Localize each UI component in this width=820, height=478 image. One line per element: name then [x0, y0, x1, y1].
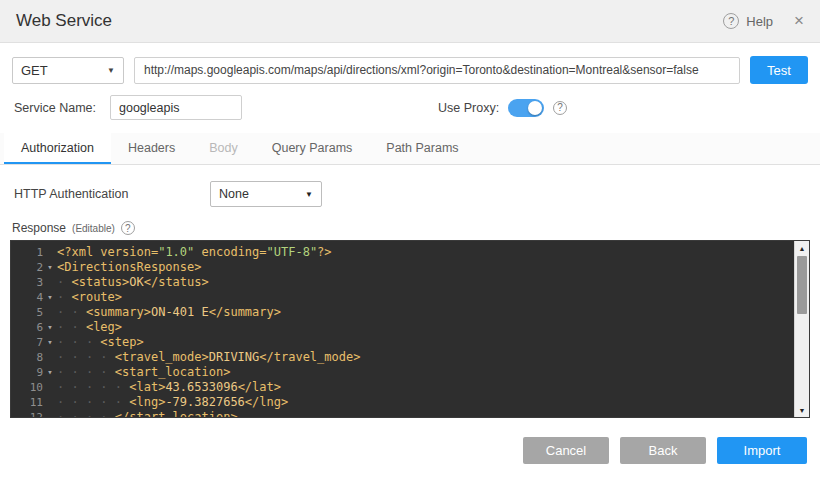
- fold-spacer: [43, 395, 57, 410]
- line-number: 5: [11, 305, 43, 320]
- fold-spacer: [43, 410, 57, 418]
- line-number: 3: [11, 275, 43, 290]
- fold-spacer: [43, 245, 57, 260]
- chevron-down-icon: ▼: [305, 190, 313, 199]
- code-text: · · · · · <lng>-79.3827656</lng>: [57, 395, 288, 410]
- fold-toggle-icon[interactable]: ▾: [43, 260, 57, 275]
- code-text: · · · · · <lat>43.6533096</lat>: [57, 380, 281, 395]
- scroll-down-icon[interactable]: ▼: [795, 403, 809, 417]
- fold-toggle-icon[interactable]: ▾: [43, 290, 57, 305]
- line-number: 9: [11, 365, 43, 380]
- service-row: Service Name: Use Proxy: ?: [0, 95, 820, 120]
- code-text: <DirectionsResponse>: [57, 260, 202, 275]
- toggle-knob: [528, 101, 542, 115]
- line-number: 7: [11, 335, 43, 350]
- scrollbar-thumb[interactable]: [797, 256, 807, 314]
- scroll-up-icon[interactable]: ▲: [795, 241, 809, 255]
- response-editor[interactable]: 1<?xml version="1.0" encoding="UTF-8"?>2…: [10, 240, 810, 418]
- code-line[interactable]: 8· · · · <travel_mode>DRIVING</travel_mo…: [11, 350, 791, 365]
- response-label: Response: [12, 221, 66, 235]
- cancel-button[interactable]: Cancel: [523, 437, 609, 464]
- service-name-input[interactable]: [110, 95, 242, 120]
- http-authentication-value: None: [219, 187, 249, 201]
- tab-bar: AuthorizationHeadersBodyQuery ParamsPath…: [0, 133, 820, 165]
- line-number: 2: [11, 260, 43, 275]
- line-number: 1: [11, 245, 43, 260]
- auth-row: HTTP Authentication None ▼: [0, 181, 820, 207]
- code-line[interactable]: 3· <status>OK</status>: [11, 275, 791, 290]
- code-line[interactable]: 11· · · · · <lng>-79.3827656</lng>: [11, 395, 791, 410]
- fold-spacer: [43, 305, 57, 320]
- editor-scrollbar[interactable]: ▲ ▼: [794, 241, 809, 417]
- fold-spacer: [43, 380, 57, 395]
- code-text: · · · · <start_location>: [57, 365, 230, 380]
- code-line[interactable]: 9▾· · · · <start_location>: [11, 365, 791, 380]
- line-number: 12: [11, 410, 43, 418]
- http-authentication-label: HTTP Authentication: [14, 187, 210, 201]
- code-line[interactable]: 6▾· · <leg>: [11, 320, 791, 335]
- import-button[interactable]: Import: [717, 437, 807, 464]
- help-link[interactable]: Help: [746, 14, 773, 29]
- tab-headers[interactable]: Headers: [111, 133, 192, 164]
- test-button[interactable]: Test: [750, 56, 808, 84]
- url-input[interactable]: [134, 57, 740, 84]
- line-number: 10: [11, 380, 43, 395]
- tab-query-params[interactable]: Query Params: [255, 133, 370, 164]
- response-help-icon[interactable]: ?: [121, 221, 135, 235]
- http-authentication-select[interactable]: None ▼: [210, 181, 322, 207]
- http-method-select[interactable]: GET ▼: [12, 57, 124, 84]
- code-text: · · · · <travel_mode>DRIVING</travel_mod…: [57, 350, 360, 365]
- code-text: · · <summary>ON-401 E</summary>: [57, 305, 281, 320]
- fold-toggle-icon[interactable]: ▾: [43, 335, 57, 350]
- back-button[interactable]: Back: [620, 437, 706, 464]
- code-line[interactable]: 1<?xml version="1.0" encoding="UTF-8"?>: [11, 245, 791, 260]
- help-icon[interactable]: ?: [723, 13, 739, 29]
- code-text: · · · <step>: [57, 335, 144, 350]
- code-line[interactable]: 12· · · · </start_location>: [11, 410, 791, 418]
- code-text: · · <leg>: [57, 320, 122, 335]
- fold-toggle-icon[interactable]: ▾: [43, 320, 57, 335]
- footer: Cancel Back Import: [0, 437, 820, 464]
- service-name-label: Service Name:: [14, 101, 96, 115]
- code-line[interactable]: 2▾<DirectionsResponse>: [11, 260, 791, 275]
- code-text: · <status>OK</status>: [57, 275, 209, 290]
- tab-path-params[interactable]: Path Params: [369, 133, 475, 164]
- code-text: <?xml version="1.0" encoding="UTF-8"?>: [57, 245, 332, 260]
- use-proxy-label: Use Proxy:: [438, 101, 499, 115]
- line-number: 11: [11, 395, 43, 410]
- fold-spacer: [43, 275, 57, 290]
- code-text: · · · · </start_location>: [57, 410, 238, 418]
- line-number: 8: [11, 350, 43, 365]
- code-lines: 1<?xml version="1.0" encoding="UTF-8"?>2…: [11, 241, 809, 418]
- close-icon[interactable]: ×: [794, 11, 804, 31]
- dialog-header: Web Service ? Help ×: [0, 0, 820, 43]
- fold-spacer: [43, 350, 57, 365]
- http-method-value: GET: [21, 63, 48, 78]
- tab-body: Body: [192, 133, 255, 164]
- code-text: · <route>: [57, 290, 122, 305]
- request-row: GET ▼ Test: [0, 56, 820, 84]
- tab-authorization[interactable]: Authorization: [4, 133, 111, 164]
- use-proxy-toggle[interactable]: [508, 99, 544, 117]
- code-line[interactable]: 4▾· <route>: [11, 290, 791, 305]
- line-number: 4: [11, 290, 43, 305]
- code-line[interactable]: 7▾· · · <step>: [11, 335, 791, 350]
- chevron-down-icon: ▼: [107, 66, 115, 75]
- proxy-help-icon[interactable]: ?: [553, 101, 567, 115]
- page-title: Web Service: [16, 11, 112, 31]
- fold-toggle-icon[interactable]: ▾: [43, 365, 57, 380]
- response-header: Response (Editable) ?: [0, 221, 820, 235]
- code-line[interactable]: 5· · <summary>ON-401 E</summary>: [11, 305, 791, 320]
- code-line[interactable]: 10· · · · · <lat>43.6533096</lat>: [11, 380, 791, 395]
- line-number: 6: [11, 320, 43, 335]
- response-editable-label: (Editable): [72, 223, 115, 234]
